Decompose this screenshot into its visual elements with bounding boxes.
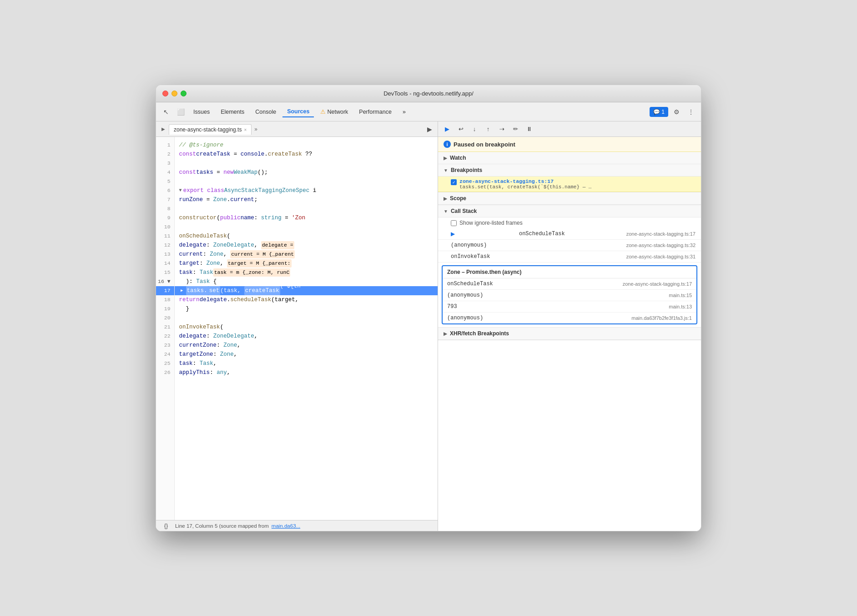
line-num-15: 15 xyxy=(156,268,174,277)
code-line-11: onScheduleTask( xyxy=(175,232,438,241)
async-frame-item-3[interactable]: (anonymous) main.da63f7b2fe3f1fa3.js:1 xyxy=(443,313,696,323)
show-ignore-checkbox[interactable] xyxy=(451,220,457,226)
line-num-17: 17 xyxy=(156,286,174,295)
resume-button[interactable]: ▶ xyxy=(442,124,453,135)
devtools-window: DevTools - ng-devtools.netlify.app/ ↖ ⬜ … xyxy=(156,85,701,531)
line-num-23: 23 xyxy=(156,341,174,350)
callstack-item-1[interactable]: (anonymous) zone-async-stack-tagging.ts:… xyxy=(438,240,701,251)
watch-label: Watch xyxy=(450,155,466,161)
xhr-arrow-icon: ▶ xyxy=(444,331,447,336)
more-button[interactable]: ⋮ xyxy=(685,106,697,118)
step-out-button[interactable]: ↑ xyxy=(483,124,494,135)
line-num-10: 10 xyxy=(156,222,174,232)
pause-on-exceptions-button[interactable]: ⏸ xyxy=(524,124,534,135)
deactivate-breakpoints-button[interactable]: ✏ xyxy=(510,124,521,135)
async-fn-3: (anonymous) xyxy=(447,315,483,321)
warning-icon: ⚠ xyxy=(320,108,326,115)
breakpoint-item[interactable]: ✓ zone-async-stack-tagging.ts:17 tasks.s… xyxy=(438,177,701,192)
device-toggle-button[interactable]: ⬜ xyxy=(174,106,187,118)
code-line-26: applyThis: any, xyxy=(175,368,438,377)
notification-button[interactable]: 💬 1 xyxy=(650,107,668,117)
code-line-2: const createTask = console.createTask ?? xyxy=(175,150,438,159)
async-frame-item-0[interactable]: onScheduleTask zone-async-stack-tagging.… xyxy=(443,278,696,290)
step-into-button[interactable]: ↓ xyxy=(469,124,480,135)
main-content: ▶ zone-async-stack-tagging.ts × » ▶ 1 2 … xyxy=(156,121,701,531)
line-num-14: 14 xyxy=(156,259,174,268)
checkmark-icon: ✓ xyxy=(452,180,456,185)
code-line-18: return delegate.scheduleTask(target, xyxy=(175,295,438,304)
network-warning: ⚠ Network xyxy=(320,108,348,115)
tab-performance[interactable]: Performance xyxy=(354,107,396,117)
status-bar: {} Line 17, Column 5 (source mapped from… xyxy=(156,520,438,531)
tab-issues[interactable]: Issues xyxy=(189,107,214,117)
tab-console[interactable]: Console xyxy=(251,107,281,117)
async-file-0: zone-async-stack-tagging.ts:17 xyxy=(623,281,692,287)
tab-network[interactable]: ⚠ Network xyxy=(316,106,353,117)
maximize-button[interactable] xyxy=(181,91,187,96)
tab-overflow-button[interactable]: » xyxy=(252,124,260,134)
scope-label: Scope xyxy=(450,195,466,202)
code-line-3 xyxy=(175,159,438,168)
minimize-button[interactable] xyxy=(171,91,177,96)
settings-button[interactable]: ⚙ xyxy=(670,106,683,118)
line-num-26: 26 xyxy=(156,368,174,377)
line-num-2: 2 xyxy=(156,150,174,159)
pointer-tool-button[interactable]: ↖ xyxy=(160,106,172,118)
async-file-3: main.da63f7b2fe3f1fa3.js:1 xyxy=(631,315,692,321)
callstack-item-0[interactable]: ▶ onScheduleTask zone-async-stack-taggin… xyxy=(438,228,701,240)
source-map-link[interactable]: main.da63... xyxy=(272,523,300,529)
code-line-14: target: Zone, target = M {_parent: xyxy=(175,259,438,268)
callstack-file-0: zone-async-stack-tagging.ts:17 xyxy=(626,231,696,237)
breakpoints-section: ▼ Breakpoints ✓ zone-async-stack-tagging… xyxy=(438,164,701,192)
callstack-file-1: zone-async-stack-tagging.ts:32 xyxy=(626,242,696,248)
tab-sources[interactable]: Sources xyxy=(282,106,314,117)
async-frame-item-1[interactable]: (anonymous) main.ts:15 xyxy=(443,290,696,301)
breakpoint-banner-text: Paused on breakpoint xyxy=(454,141,515,148)
close-button[interactable] xyxy=(162,91,168,96)
callstack-arrow-icon: ▼ xyxy=(444,209,448,214)
async-frame-header: Zone – Promise.then (async) xyxy=(443,266,696,278)
callstack-item-2[interactable]: onInvokeTask zone-async-stack-tagging.ts… xyxy=(438,251,701,263)
breakpoints-section-header[interactable]: ▼ Breakpoints xyxy=(438,164,701,177)
format-button[interactable]: {} xyxy=(160,520,172,532)
file-tab-close[interactable]: × xyxy=(244,127,247,132)
status-text: Line 17, Column 5 (source mapped from xyxy=(175,523,269,529)
breakpoint-checkbox[interactable]: ✓ xyxy=(451,179,457,185)
code-line-20 xyxy=(175,313,438,323)
tab-elements[interactable]: Elements xyxy=(216,107,249,117)
debugger-panel: ▶ ↩ ↓ ↑ ⇢ ✏ ⏸ i Paused on breakpoint ▶ W… xyxy=(438,121,701,531)
async-frame-item-2[interactable]: 793 main.ts:13 xyxy=(443,301,696,313)
watch-section-header[interactable]: ▶ Watch xyxy=(438,152,701,164)
xhr-section-header[interactable]: ▶ XHR/fetch Breakpoints xyxy=(438,328,701,340)
xhr-label: XHR/fetch Breakpoints xyxy=(450,330,509,337)
async-file-2: main.ts:13 xyxy=(669,304,692,309)
line-num-12: 12 xyxy=(156,241,174,250)
step-button[interactable]: ⇢ xyxy=(496,124,507,135)
breakpoint-code: tasks.set(task, createTask(`${this.name}… xyxy=(459,184,591,190)
callstack-fn-2: onInvokeTask xyxy=(451,253,490,260)
line-num-22: 22 xyxy=(156,332,174,341)
window-title: DevTools - ng-devtools.netlify.app/ xyxy=(383,90,474,97)
scope-section-header[interactable]: ▶ Scope xyxy=(438,192,701,205)
tab-overflow[interactable]: » xyxy=(398,107,410,117)
run-snippet-button[interactable]: ▶ xyxy=(423,123,436,136)
callstack-arrow-0: ▶ xyxy=(451,231,455,237)
line-num-16: 16 ▼ xyxy=(156,277,174,286)
line-num-3: 3 xyxy=(156,159,174,168)
callstack-section-header[interactable]: ▼ Call Stack xyxy=(438,205,701,217)
async-fn-2: 793 xyxy=(447,303,457,310)
line-num-25: 25 xyxy=(156,359,174,368)
breakpoints-arrow-icon: ▼ xyxy=(444,168,448,173)
line-num-24: 24 xyxy=(156,350,174,359)
file-tab-name: zone-async-stack-tagging.ts xyxy=(174,126,242,133)
line-num-1: 1 xyxy=(156,141,174,150)
file-tab[interactable]: zone-async-stack-tagging.ts × xyxy=(169,124,252,135)
line-num-21: 21 xyxy=(156,323,174,332)
xhr-section: ▶ XHR/fetch Breakpoints xyxy=(438,328,701,340)
code-line-24: targetZone: Zone, xyxy=(175,350,438,359)
sidebar-toggle-button[interactable]: ▶ xyxy=(158,124,169,135)
code-line-9: constructor(public name: string = 'Zon xyxy=(175,213,438,222)
line-num-13: 13 xyxy=(156,250,174,259)
watch-arrow-icon: ▶ xyxy=(444,156,447,161)
step-over-button[interactable]: ↩ xyxy=(455,124,466,135)
